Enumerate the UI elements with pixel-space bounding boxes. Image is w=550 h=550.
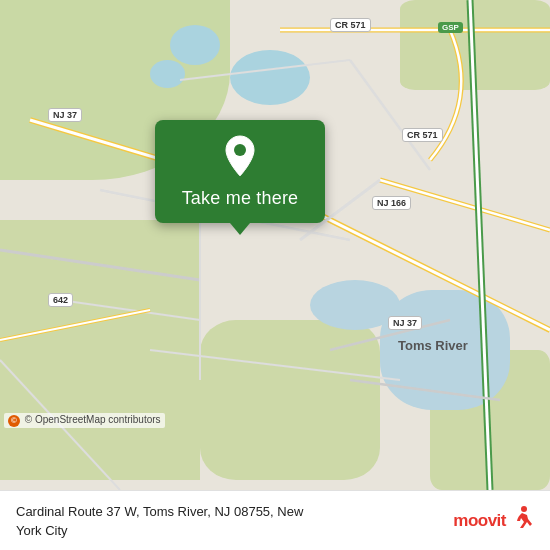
road-label-cr571-top: CR 571	[330, 18, 371, 32]
popup-box: Take me there	[155, 120, 325, 223]
svg-line-17	[180, 60, 350, 80]
map-container: CR 571 GSP NJ 37 NJ 37 CR 571 NJ 166 642…	[0, 0, 550, 490]
svg-line-12	[60, 300, 200, 320]
map-popup: Take me there	[155, 120, 325, 235]
osm-icon: ©	[8, 415, 20, 427]
moovit-logo: moovit	[453, 506, 534, 536]
city-label-toms-river: Toms River	[398, 338, 468, 353]
road-label-nj166: NJ 166	[372, 196, 411, 210]
svg-line-10	[0, 250, 200, 280]
road-label-gsp: GSP	[438, 22, 463, 33]
svg-line-9	[470, 0, 490, 490]
svg-line-16	[350, 380, 500, 400]
svg-point-23	[234, 144, 246, 156]
address-text: Cardinal Route 37 W, Toms River, NJ 0875…	[16, 502, 441, 539]
road-label-642: 642	[48, 293, 73, 307]
location-pin-icon	[222, 134, 258, 178]
popup-tail	[230, 223, 250, 235]
road-label-nj37-left: NJ 37	[48, 108, 82, 122]
svg-line-19	[350, 60, 430, 170]
svg-line-21	[0, 310, 150, 340]
svg-point-24	[521, 506, 527, 512]
moovit-wordmark: moovit	[453, 511, 506, 531]
road-label-nj37-bottom: NJ 37	[388, 316, 422, 330]
road-label-cr571-right: CR 571	[402, 128, 443, 142]
info-bar: Cardinal Route 37 W, Toms River, NJ 0875…	[0, 490, 550, 550]
take-me-there-button[interactable]: Take me there	[182, 186, 299, 211]
map-attribution: © © OpenStreetMap contributors	[4, 413, 165, 428]
moovit-runner-icon	[510, 506, 534, 536]
svg-line-13	[150, 350, 400, 380]
